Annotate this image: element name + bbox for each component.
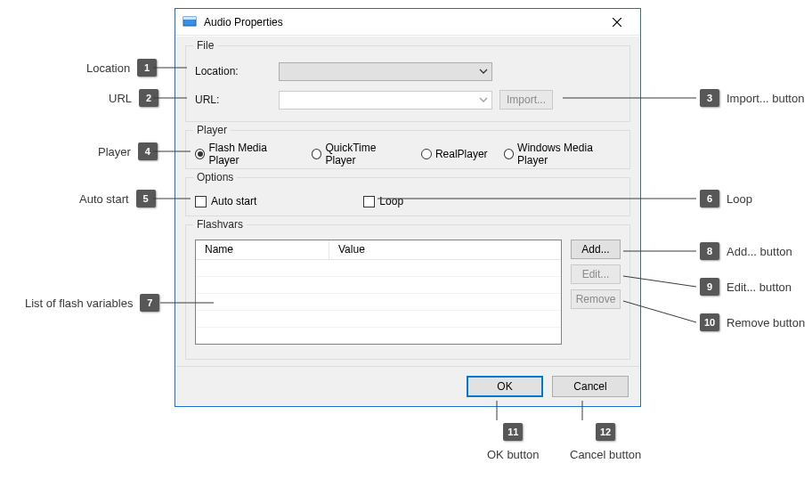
- options-group-legend: Options: [193, 171, 237, 183]
- checkbox-icon: [363, 196, 375, 207]
- checkbox-icon: [195, 196, 207, 207]
- radio-icon: [504, 149, 515, 159]
- radio-icon: [312, 149, 321, 159]
- callout-badge: 10: [700, 313, 719, 331]
- loop-checkbox[interactable]: Loop: [363, 195, 403, 207]
- url-label: URL:: [195, 93, 279, 106]
- svg-rect-1: [183, 17, 196, 20]
- col-name[interactable]: Name: [196, 240, 329, 259]
- location-combo[interactable]: [279, 62, 492, 81]
- client-area: File Location: URL: Import... Player: [176, 37, 639, 405]
- callout-badge: 12: [596, 423, 615, 441]
- callout-8: 8 Add... button: [700, 242, 792, 260]
- callout-badge: 9: [700, 278, 719, 296]
- callout-11: 11 OK button: [487, 423, 540, 461]
- url-combo[interactable]: [279, 91, 492, 110]
- radio-realplayer[interactable]: RealPlayer: [421, 148, 488, 160]
- callout-2: URL 2: [109, 89, 158, 107]
- loop-label: Loop: [379, 195, 403, 207]
- callout-10: 10 Remove button: [700, 313, 805, 331]
- import-button[interactable]: Import...: [499, 90, 553, 110]
- callout-9: 9 Edit... button: [700, 278, 792, 296]
- callout-badge: 3: [700, 89, 719, 107]
- chevron-down-icon: [479, 95, 488, 104]
- callout-badge: 6: [700, 190, 719, 207]
- window-title: Audio Properties: [204, 16, 283, 28]
- callout-badge: 7: [140, 294, 159, 312]
- edit-button[interactable]: Edit...: [571, 264, 621, 284]
- radio-label: Flash Media Player: [208, 142, 296, 167]
- app-icon: [183, 15, 197, 29]
- location-label: Location:: [195, 65, 279, 77]
- radio-quicktime-player[interactable]: QuickTime Player: [312, 142, 405, 167]
- callout-4: Player 4: [98, 142, 158, 160]
- dialog-buttons: OK Cancel: [176, 366, 639, 405]
- player-group: Player Flash Media Player QuickTime Play…: [185, 130, 630, 169]
- remove-button[interactable]: Remove: [571, 289, 621, 309]
- flashvars-list[interactable]: Name Value: [195, 240, 562, 345]
- radio-icon: [421, 149, 432, 159]
- radio-icon: [195, 149, 205, 159]
- file-group-legend: File: [193, 39, 217, 52]
- audio-properties-dialog: Audio Properties File Location: URL:: [175, 8, 641, 407]
- cancel-button[interactable]: Cancel: [552, 376, 629, 397]
- flashvars-rows[interactable]: [196, 260, 561, 344]
- callout-badge: 2: [139, 89, 158, 107]
- radio-windows-media-player[interactable]: Windows Media Player: [504, 142, 621, 167]
- callout-1: Location 1: [86, 59, 157, 77]
- callout-12: 12 Cancel button: [570, 423, 641, 461]
- flashvars-header: Name Value: [196, 240, 561, 260]
- callout-5: Auto start 5: [79, 190, 156, 207]
- radio-label: QuickTime Player: [325, 142, 404, 167]
- chevron-down-icon: [479, 67, 488, 76]
- callout-7: List of flash variables 7: [25, 294, 159, 312]
- radio-label: RealPlayer: [435, 148, 488, 160]
- callout-badge: 5: [136, 190, 156, 207]
- autostart-checkbox[interactable]: Auto start: [195, 195, 256, 207]
- callout-3: 3 Import... button: [700, 89, 804, 107]
- col-value[interactable]: Value: [329, 240, 561, 259]
- titlebar[interactable]: Audio Properties: [175, 9, 640, 36]
- callout-badge: 11: [503, 423, 523, 441]
- callout-badge: 4: [138, 142, 158, 160]
- flashvars-group-legend: Flashvars: [193, 218, 247, 231]
- callout-badge: 1: [137, 59, 157, 77]
- radio-label: Windows Media Player: [517, 142, 621, 167]
- ok-button[interactable]: OK: [467, 376, 543, 397]
- close-icon: [613, 18, 621, 27]
- options-group: Options Auto start Loop: [185, 177, 630, 216]
- radio-flash-media-player[interactable]: Flash Media Player: [195, 142, 296, 167]
- autostart-label: Auto start: [211, 195, 256, 207]
- flashvars-group: Flashvars Name Value Add... Edit... Remo…: [185, 224, 630, 360]
- close-button[interactable]: [599, 11, 635, 34]
- player-group-legend: Player: [193, 124, 231, 136]
- add-button[interactable]: Add...: [571, 240, 621, 259]
- file-group: File Location: URL: Import...: [185, 45, 630, 122]
- callout-badge: 8: [700, 242, 719, 260]
- callout-6: 6 Loop: [700, 190, 752, 207]
